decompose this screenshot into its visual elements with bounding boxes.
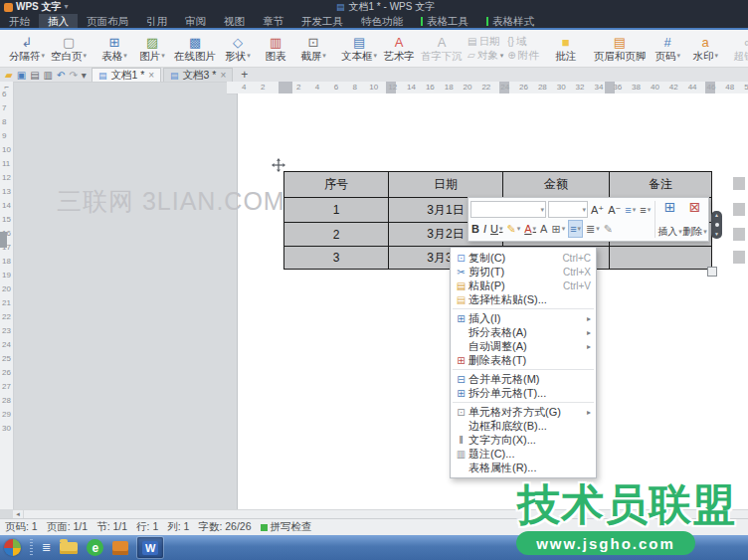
mini-italic-button[interactable]: I xyxy=(482,221,487,237)
menu-tab[interactable]: 开始 xyxy=(0,14,39,28)
menu-item[interactable]: ▥题注(C)... xyxy=(451,447,596,461)
menu-item[interactable]: ▤粘贴(P)Ctrl+V xyxy=(451,279,596,292)
mini-char-shading-button[interactable]: A xyxy=(539,221,548,237)
quick-access-button[interactable]: ▥ xyxy=(44,69,53,82)
chevron-down-icon: ▾ xyxy=(322,50,326,62)
menu-tab[interactable]: 审阅 xyxy=(176,14,215,28)
mini-bold-button[interactable]: B xyxy=(470,221,480,237)
delete-cells-icon: ⊠ xyxy=(689,200,701,215)
ribbon-button[interactable]: ⊞表格▾ xyxy=(95,31,133,66)
menu-item[interactable]: 表格属性(R)... xyxy=(451,461,596,474)
menu-tab[interactable]: 开发工具 xyxy=(292,14,352,28)
menu-tab[interactable]: 引用 xyxy=(137,14,176,28)
app-box-icon[interactable] xyxy=(112,541,128,555)
mini-numbered-list-button[interactable]: ≡▾ xyxy=(639,202,652,218)
scroll-left-icon[interactable]: ◂ xyxy=(13,510,24,518)
table-header-cell[interactable]: 金额 xyxy=(503,172,610,198)
menu-item[interactable]: ⊡单元格对齐方式(G)▸ xyxy=(451,405,596,419)
new-tab-button[interactable]: + xyxy=(235,68,254,82)
menu-item[interactable]: 拆分表格(A)▸ xyxy=(451,325,596,339)
browser-icon[interactable]: e xyxy=(87,539,103,556)
menu-tab[interactable]: 表格样式 xyxy=(477,14,543,28)
document-tab[interactable]: ▤文档3 *× xyxy=(163,68,233,82)
quick-access-button[interactable]: ↶ xyxy=(57,69,65,82)
mini-grow-font-button[interactable]: A⁺ xyxy=(590,202,605,218)
menu-item[interactable]: 边框和底纹(B)... xyxy=(451,419,596,433)
table-cell[interactable] xyxy=(610,247,712,270)
ribbon-button[interactable]: ↲分隔符▾ xyxy=(6,31,48,66)
table-cell[interactable]: 3 xyxy=(284,247,389,270)
spell-check-toggle[interactable]: 拼写检查 xyxy=(261,520,312,534)
mini-shrink-font-button[interactable]: A⁻ xyxy=(607,202,622,218)
ribbon-button[interactable]: A艺术字 xyxy=(380,31,418,66)
menu-item[interactable]: ⊞插入(I)▸ xyxy=(451,311,596,325)
menu-item[interactable]: ⊞删除表格(T) xyxy=(451,353,596,367)
menu-tab[interactable]: 页面布局 xyxy=(78,14,137,28)
mini-distribute-button[interactable]: ≣▾ xyxy=(585,221,601,237)
ribbon-button[interactable]: ▤页眉和页脚 xyxy=(591,31,650,66)
ribbon-button[interactable]: ◇形状▾ xyxy=(219,31,257,66)
mini-format-painter-button[interactable]: ✎ xyxy=(603,221,614,237)
menu-item[interactable]: ▤选择性粘贴(S)... xyxy=(451,292,596,306)
close-icon[interactable]: × xyxy=(220,70,226,81)
delete-cells-button[interactable]: ⊠删除▾ xyxy=(682,200,707,239)
numbered-list-icon: ≡ xyxy=(640,202,646,218)
mini-bullet-list-button[interactable]: ≡▾ xyxy=(624,202,637,218)
mini-highlight-button[interactable]: ✎▾ xyxy=(505,221,521,237)
ruler-number: 24 xyxy=(2,340,11,349)
table-cell[interactable]: 2 xyxy=(284,223,389,247)
quick-access-button[interactable]: ▰ xyxy=(5,69,13,82)
ribbon-button[interactable]: ▨图片▾ xyxy=(133,31,171,66)
font-size-select[interactable]: ▾ xyxy=(548,201,588,218)
quick-access-button[interactable]: ▤ xyxy=(30,69,39,82)
table-resize-handle[interactable] xyxy=(707,267,717,277)
folder-icon[interactable] xyxy=(60,542,78,554)
menu-tab[interactable]: 插入 xyxy=(39,14,78,28)
ribbon-button[interactable]: ⊡截屏▾ xyxy=(294,31,332,66)
quick-access-button[interactable]: ▣ xyxy=(17,69,26,82)
menu-item[interactable]: 自动调整(A)▸ xyxy=(451,339,596,353)
mini-font-color-button[interactable]: A▾ xyxy=(523,221,537,237)
menu-item[interactable]: ⊟合并单元格(M) xyxy=(451,372,596,386)
menu-item[interactable]: ⊡复制(C)Ctrl+C xyxy=(451,251,596,265)
table-header-cell[interactable]: 备注 xyxy=(610,172,712,198)
close-icon[interactable]: × xyxy=(148,70,154,81)
document-tab[interactable]: ▤文档1 *× xyxy=(92,68,161,82)
insert-cells-button[interactable]: ⊞插入▾ xyxy=(657,200,682,239)
ribbon-button[interactable]: ▢空白页▾ xyxy=(48,31,90,66)
chevron-down-icon: ▾ xyxy=(65,0,69,14)
vertical-ruler[interactable]: 6789101112131415161718192021222324252627… xyxy=(0,93,14,509)
menu-tab[interactable]: 特色功能 xyxy=(352,14,412,28)
menu-tab[interactable]: 章节 xyxy=(254,14,292,28)
table-move-handle-icon[interactable] xyxy=(272,158,285,172)
ribbon-button[interactable]: ▥图表 xyxy=(257,31,294,66)
table-cell[interactable]: 1 xyxy=(284,198,389,223)
chevron-down-icon: ▾ xyxy=(703,228,707,236)
chevron-down-icon: ▾ xyxy=(540,206,544,214)
ruler-number: 7 xyxy=(2,103,6,112)
menu-item[interactable]: ‖文字方向(X)... xyxy=(451,433,596,447)
app-menu-button[interactable]: WPS 文字 ▾ xyxy=(4,0,69,14)
ribbon-button[interactable]: ■批注 xyxy=(547,31,585,66)
ribbon-button[interactable]: ▩在线图片 xyxy=(171,31,219,66)
start-button[interactable] xyxy=(4,539,21,556)
show-desktop-icon[interactable]: ≣ xyxy=(42,542,51,553)
quick-access-button[interactable]: ↷ xyxy=(69,69,77,82)
taskbar-wps-button[interactable]: W xyxy=(137,537,163,558)
table-header-cell[interactable]: 日期 xyxy=(389,172,503,198)
ribbon-button[interactable]: a水印▾ xyxy=(686,31,724,66)
scroll-drag-handle[interactable]: ▲ ▼ xyxy=(711,211,722,239)
menu-item-label: 拆分表格(A) xyxy=(468,325,584,340)
mini-align-center-button[interactable]: ≡▾ xyxy=(568,220,583,238)
mini-underline-button[interactable]: U▾ xyxy=(489,221,503,237)
quick-access-button[interactable]: ▾ xyxy=(82,69,87,82)
menu-tab[interactable]: 视图 xyxy=(215,14,254,28)
ribbon-button[interactable]: #页码▾ xyxy=(649,31,686,66)
menu-tab[interactable]: 表格工具 xyxy=(412,14,477,28)
font-name-select[interactable]: ▾ xyxy=(470,201,546,218)
mini-border-button[interactable]: ⊞▾ xyxy=(550,221,566,237)
menu-item[interactable]: ✂剪切(T)Ctrl+X xyxy=(451,265,596,279)
menu-item[interactable]: ⊞拆分单元格(T)... xyxy=(451,386,596,400)
table-header-cell[interactable]: 序号 xyxy=(284,172,389,198)
ribbon-button[interactable]: ▤文本框▾ xyxy=(338,31,380,66)
